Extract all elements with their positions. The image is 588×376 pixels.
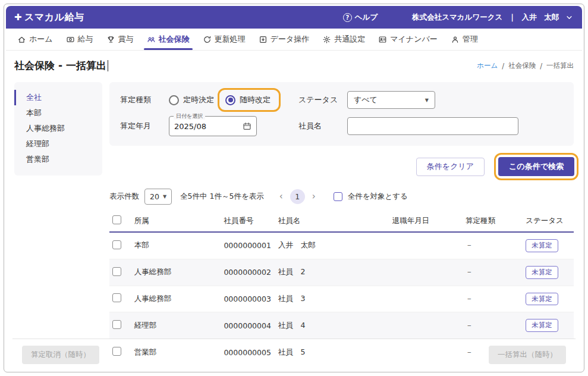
- calendar-icon[interactable]: [243, 122, 251, 131]
- table-header-row: 所属 社員番号 社員名 退職年月日 算定種類 ステータス: [109, 210, 574, 232]
- col-header-retire-date: 退職年月日: [389, 210, 462, 232]
- status-badge: 未算定: [526, 319, 558, 332]
- header-checkbox[interactable]: [112, 215, 121, 224]
- employee-name-input[interactable]: [347, 117, 518, 135]
- page-size-label: 表示件数: [109, 192, 139, 202]
- breadcrumb-home-link[interactable]: ホーム: [477, 61, 498, 70]
- download-box-icon: [259, 35, 268, 44]
- app-window: ✚ スマカル給与 ? ヘルプ 株式会社スマカルワークス ｜ 入井 太郎 ホーム …: [4, 4, 584, 372]
- select-all-toggle[interactable]: 全件を対象とする: [334, 192, 408, 202]
- nav-label: ホーム: [29, 34, 53, 45]
- row-checkbox[interactable]: [112, 240, 121, 249]
- bulk-calculation-button[interactable]: 一括算出（随時）: [489, 346, 566, 364]
- sidebar-item-accounting[interactable]: 経理部: [14, 136, 102, 152]
- prev-page-icon[interactable]: ‹: [279, 192, 283, 201]
- table-row: 人事総務部 0000000003 社員 3 － 未算定: [109, 286, 574, 312]
- help-button[interactable]: ? ヘルプ: [343, 12, 378, 23]
- cell-dept: 経理部: [131, 312, 221, 339]
- cell-name: 社員 4: [275, 312, 389, 339]
- status-badge: 未算定: [526, 293, 558, 306]
- cell-retire-date: [389, 286, 462, 312]
- status-select[interactable]: すべて ▼: [347, 91, 435, 109]
- breadcrumb-section: 社会保険: [508, 61, 536, 70]
- cell-retire-date: [389, 232, 462, 259]
- home-icon: [17, 35, 26, 44]
- row-checkbox[interactable]: [112, 320, 121, 329]
- sidebar-item-sales[interactable]: 営業部: [14, 152, 102, 167]
- text-cursor: [108, 60, 109, 71]
- col-header-dept: 所属: [131, 210, 221, 232]
- nav-item-payroll[interactable]: 給与: [59, 29, 100, 50]
- cell-name: 入井 太郎: [275, 232, 389, 259]
- person-icon: [451, 35, 460, 44]
- refresh-icon: [203, 35, 212, 44]
- nav-item-my-number[interactable]: マイナンバー: [372, 29, 444, 50]
- employee-name-label: 社員名: [298, 121, 347, 131]
- breadcrumb: ホーム / 社会保険 / 一括算出: [477, 61, 574, 70]
- nav-item-bonus[interactable]: 賞与: [100, 29, 140, 50]
- nav-item-home[interactable]: ホーム: [11, 29, 59, 50]
- action-footer: 算定取消（随時） 一括算出（随時）: [12, 339, 576, 372]
- cell-retire-date: [389, 312, 462, 339]
- highlight-callout-radio: 随時改定: [218, 88, 281, 112]
- chevron-down-icon: [566, 14, 573, 21]
- select-all-checkbox[interactable]: [334, 192, 342, 201]
- chevron-down-icon: ▼: [163, 194, 166, 199]
- main-nav: ホーム 給与 賞与 社会保険 更新処理 データ操作 共通設定 マイナンバー: [6, 29, 582, 51]
- nav-label: 管理: [463, 34, 478, 45]
- calc-type-radio-group: 定時決定 随時改定: [169, 95, 281, 105]
- next-page-icon[interactable]: ›: [312, 192, 316, 201]
- company-name: 株式会社スマカルワークス: [412, 12, 502, 23]
- col-header-name: 社員名: [275, 210, 389, 232]
- id-card-icon: [378, 35, 387, 44]
- department-sidebar: 全社 本部 人事総務部 経理部 営業部: [14, 82, 102, 176]
- row-checkbox[interactable]: [112, 293, 121, 302]
- cell-dept: 人事総務部: [131, 259, 221, 286]
- cell-name: 社員 3: [275, 286, 389, 312]
- radio-scheduled-determination[interactable]: 定時決定: [169, 95, 214, 105]
- sidebar-item-hr-general[interactable]: 人事総務部: [14, 121, 102, 136]
- clear-conditions-button[interactable]: 条件をクリア: [416, 158, 485, 176]
- table-row: 経理部 0000000004 社員 4 － 未算定: [109, 312, 574, 339]
- nav-item-data-operations[interactable]: データ操作: [252, 29, 316, 50]
- page-number-button[interactable]: 1: [290, 189, 305, 204]
- help-label: ヘルプ: [355, 12, 378, 23]
- calc-type-label: 算定種類: [120, 95, 169, 105]
- cell-calc-type: －: [462, 232, 522, 259]
- highlight-callout-search: この条件で検索: [494, 153, 578, 180]
- banknote-icon: [66, 35, 75, 44]
- nav-item-update[interactable]: 更新処理: [196, 29, 252, 50]
- help-icon: ?: [343, 13, 352, 22]
- col-header-status: ステータス: [522, 210, 574, 232]
- sidebar-item-all-company[interactable]: 全社: [14, 90, 102, 105]
- page-size-value: 20: [150, 192, 159, 201]
- cell-dept: 人事総務部: [131, 286, 221, 312]
- nav-item-social-insurance[interactable]: 社会保険: [140, 29, 196, 50]
- table-row: 本部 0000000001 入井 太郎 － 未算定: [109, 232, 574, 259]
- page-title: 社会保険 - 一括算出: [14, 59, 108, 73]
- breadcrumb-current: 一括算出: [546, 61, 574, 70]
- plus-logo-icon: ✚: [14, 12, 22, 23]
- sidebar-item-headquarters[interactable]: 本部: [14, 105, 102, 121]
- user-menu[interactable]: 株式会社スマカルワークス ｜ 入井 太郎: [412, 12, 573, 23]
- calc-month-date-field[interactable]: 日付を選択 2025/08: [169, 116, 257, 136]
- row-checkbox[interactable]: [112, 267, 121, 276]
- col-header-emp-no: 社員番号: [220, 210, 275, 232]
- people-group-icon: [147, 35, 156, 44]
- nav-item-common-settings[interactable]: 共通設定: [316, 29, 372, 50]
- breadcrumb-separator: /: [502, 62, 504, 70]
- nav-item-admin[interactable]: 管理: [444, 29, 485, 50]
- breadcrumb-separator: /: [540, 62, 542, 70]
- page-size-select[interactable]: 20 ▼: [144, 189, 172, 205]
- nav-label: データ操作: [271, 34, 310, 45]
- radio-adhoc-revision[interactable]: 随時改定: [225, 95, 271, 105]
- status-badge: 未算定: [526, 266, 558, 279]
- cell-emp-no: 0000000004: [220, 312, 275, 339]
- cell-calc-type: －: [462, 312, 522, 339]
- radio-icon: [225, 95, 235, 105]
- calc-month-label: 算定年月: [120, 121, 169, 131]
- cell-retire-date: [389, 259, 462, 286]
- search-button[interactable]: この条件で検索: [498, 157, 574, 176]
- cancel-calculation-button[interactable]: 算定取消（随時）: [22, 346, 99, 364]
- pagination: ‹ 1 ›: [279, 189, 316, 204]
